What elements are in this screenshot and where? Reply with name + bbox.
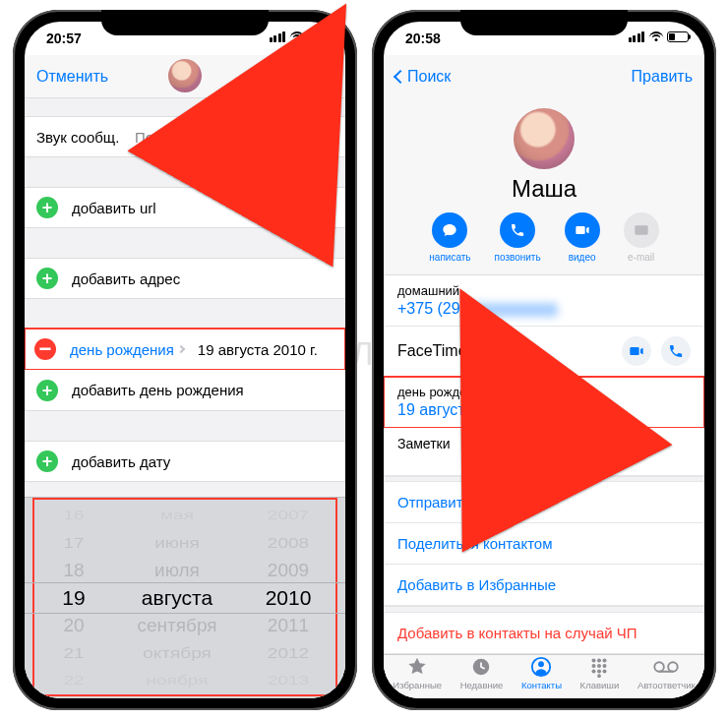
wifi-icon	[289, 31, 304, 42]
phone-label: домашний	[397, 283, 691, 298]
facetime-video-button[interactable]	[622, 336, 651, 366]
tab-voicemail[interactable]: Автоответчик	[637, 656, 696, 690]
plus-icon	[36, 450, 58, 472]
svg-point-14	[655, 663, 665, 673]
video-action[interactable]: видео	[565, 212, 600, 263]
mail-icon	[624, 212, 659, 248]
add-address-row[interactable]: добавить адрес	[25, 258, 345, 299]
facetime-audio-button[interactable]	[661, 336, 691, 366]
chevron-left-icon	[394, 70, 407, 84]
phone-value: +375 (29)	[397, 300, 691, 318]
tab-keypad[interactable]: Клавиши	[580, 656, 620, 690]
nav-bar-right: Поиск Править	[384, 55, 704, 98]
signal-icon	[629, 31, 645, 42]
svg-point-10	[592, 670, 596, 674]
svg-point-5	[597, 659, 601, 663]
keypad-icon	[588, 656, 610, 678]
signal-icon	[270, 31, 286, 42]
mail-action: e-mail	[624, 212, 659, 263]
svg-point-15	[668, 663, 678, 673]
back-button[interactable]: Поиск	[395, 68, 451, 86]
video-icon	[565, 212, 600, 248]
tab-favorites[interactable]: Избранные	[393, 656, 442, 690]
message-icon	[432, 212, 467, 248]
avatar[interactable]	[168, 59, 202, 92]
plus-icon	[36, 197, 58, 218]
chevron-right-icon	[177, 345, 185, 353]
svg-point-9	[603, 665, 607, 669]
edit-button[interactable]: Править	[632, 68, 693, 86]
add-birthday-row[interactable]: добавить день рождения	[25, 370, 345, 411]
add-date-label: добавить дату	[72, 453, 170, 470]
date-picker[interactable]: 16 17 18 19 20 21 22 мая июня июля	[25, 497, 345, 698]
battery-icon	[308, 31, 330, 42]
phone-section[interactable]: домашний +375 (29)	[384, 275, 704, 327]
plus-icon	[36, 268, 58, 289]
phone-left: 20:57 Отменить Готово Звук сообщ. По умо…	[13, 10, 357, 710]
facetime-label: FaceTime	[397, 342, 467, 360]
facetime-row: FaceTime	[384, 327, 704, 377]
birthday-field-label[interactable]: день рождения	[70, 341, 184, 358]
picker-month-col[interactable]: мая июня июля августа сентября октября н…	[101, 498, 253, 698]
svg-point-3	[539, 662, 545, 668]
add-date-row[interactable]: добавить дату	[25, 441, 345, 482]
voicemail-icon	[653, 656, 679, 678]
message-action[interactable]: написать	[429, 212, 470, 263]
phone-icon	[500, 212, 535, 248]
contact-name: Маша	[384, 175, 704, 203]
birthday-row[interactable]: день рождения 19 августа 2010 г.	[25, 329, 345, 370]
svg-point-7	[592, 665, 596, 669]
svg-point-8	[597, 665, 601, 669]
done-button[interactable]: Готово	[280, 68, 334, 86]
contact-header: Маша написать позвонить	[384, 98, 704, 275]
annotation-arrow	[219, 89, 308, 207]
battery-icon	[667, 31, 689, 42]
svg-line-17	[514, 393, 559, 482]
person-icon	[530, 656, 552, 678]
svg-point-6	[603, 659, 607, 663]
picker-day-col[interactable]: 16 17 18 19 20 21 22	[46, 498, 101, 698]
emergency-contact-link[interactable]: Добавить в контакты на случай ЧП	[384, 613, 704, 654]
add-birthday-label: добавить день рождения	[72, 382, 244, 398]
tab-bar: Избранные Недавние Контакты	[384, 654, 704, 698]
avatar[interactable]	[514, 108, 575, 169]
svg-point-13	[598, 675, 602, 679]
svg-line-0	[237, 106, 288, 197]
cancel-button[interactable]: Отменить	[36, 68, 108, 86]
annotation-arrow	[500, 374, 588, 492]
notch-right	[460, 10, 628, 35]
share-contact-link[interactable]: Поделиться контактом	[384, 523, 704, 565]
svg-point-11	[597, 670, 601, 674]
notch-left	[101, 10, 269, 35]
clock-icon	[470, 656, 492, 678]
text-tone-label: Звук сообщ.	[36, 129, 135, 146]
plus-icon	[36, 380, 58, 401]
phone-right: 20:58 Поиск Править Маша	[372, 10, 716, 710]
tab-recents[interactable]: Недавние	[460, 656, 504, 690]
wifi-icon	[648, 31, 663, 42]
minus-icon[interactable]	[34, 338, 56, 360]
chevron-right-icon	[324, 131, 334, 142]
picker-year-col[interactable]: 2007 2008 2009 2010 2011 2012 2013	[253, 498, 324, 698]
call-action[interactable]: позвонить	[495, 212, 541, 263]
star-icon	[406, 656, 428, 678]
tab-contacts[interactable]: Контакты	[521, 656, 562, 690]
birthday-field-value[interactable]: 19 августа 2010 г.	[198, 341, 318, 358]
add-url-label: добавить url	[72, 200, 156, 216]
status-time: 20:58	[405, 30, 441, 46]
add-address-label: добавить адрес	[72, 270, 180, 287]
status-time: 20:57	[46, 30, 82, 46]
svg-point-4	[592, 659, 596, 663]
add-favorite-link[interactable]: Добавить в Избранные	[384, 565, 704, 606]
svg-point-12	[603, 670, 607, 674]
